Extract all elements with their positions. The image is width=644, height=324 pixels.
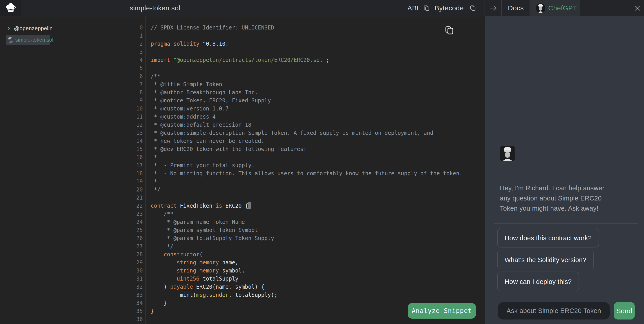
copy-abi-icon[interactable] [424,5,430,11]
code-line[interactable]: 1 [121,32,485,40]
arrow-right-icon [489,5,498,12]
line-text: * [151,153,157,161]
sidebar-item-openzeppelin[interactable]: @openzeppelin [0,24,52,33]
code-line[interactable]: 29 string memory name, [121,258,485,267]
code-line[interactable]: 12 * @custom:default-precision 18 [121,121,485,129]
solidity-file-icon [7,36,14,44]
chefgpt-avatar [536,3,545,13]
line-text: * new tokens can never be created. [151,137,264,145]
abi-copy-button[interactable]: ABI [408,0,419,16]
code-line[interactable]: 33 _mint(msg.sender, totalSupply); [121,291,485,299]
code-line[interactable]: 16 * [121,153,485,161]
send-button[interactable]: Send [614,302,635,319]
code-line[interactable]: 2pragma solidity ^0.8.10; [121,40,485,48]
line-number: 21 [121,194,143,202]
line-text: * [151,178,157,186]
code-line[interactable]: 21 [121,194,485,202]
line-number: 34 [121,299,143,307]
code-line[interactable]: 22contract FixedToken is ERC20 { [121,202,485,210]
code-line[interactable]: 8 * @author Breakthrough Labs Inc. [121,88,485,97]
line-number: 2 [121,40,143,48]
code-line[interactable]: 32 ) payable ERC20(name, symbol) { [121,283,485,291]
line-number: 5 [121,64,143,72]
line-number: 1 [121,32,143,40]
collapse-panel-button[interactable] [485,0,502,16]
suggestion-chip[interactable]: How can I deploy this? [497,271,579,291]
code-line[interactable]: 7 * @title Simple Token [121,80,485,88]
line-number: 18 [121,169,143,178]
suggestion-chip[interactable]: How does this contract work? [497,228,599,247]
line-text: _mint(msg.sender, totalSupply); [151,291,278,299]
line-text: string memory symbol, [151,267,245,275]
panel-divider [494,223,638,224]
code-line[interactable]: 30 string memory symbol, [121,267,485,275]
line-number: 12 [121,121,143,129]
line-number: 16 [121,153,143,161]
line-text: * - Premint your total supply. [151,161,254,169]
code-line[interactable]: 27 */ [121,242,485,250]
line-number: 3 [121,48,143,56]
chevron-right-icon [6,26,11,31]
code-line[interactable]: 18 * - No minting function. This allows … [121,169,485,178]
copy-bytecode-icon[interactable] [470,5,476,11]
close-button[interactable] [631,0,644,16]
line-text: } [151,307,154,315]
tab-docs[interactable]: Docs [502,0,530,16]
line-text: */ [151,186,160,194]
line-number: 15 [121,145,143,153]
file-title: simple-token.sol [130,0,180,16]
code-line[interactable]: 9 * @notice Token, ERC20, Fixed Supply [121,97,485,105]
code-line[interactable]: 11 * @custom:address 4 [121,113,485,121]
line-number: 28 [121,250,143,258]
assistant-greeting: Hey, I'm Richard. I can help answer any … [500,183,612,213]
bytecode-copy-button[interactable]: Bytecode [435,0,464,16]
code-line[interactable]: 10 * @custom:version 1.0.7 [121,105,485,113]
line-text: * @title Simple Token [151,80,222,88]
line-number: 8 [121,88,143,97]
suggestion-chip[interactable]: What's the Solidity version? [497,250,594,269]
line-text: uint256 totalSupply [151,275,238,283]
code-line[interactable]: 28 constructor( [121,250,485,258]
app-logo[interactable] [0,0,22,16]
code-line[interactable]: 19 * [121,178,485,186]
line-number: 7 [121,80,143,88]
code-line[interactable]: 14 * new tokens can never be created. [121,137,485,145]
line-number: 29 [121,258,143,267]
analyze-snippet-button[interactable]: Analyze Snippet [408,303,476,318]
code-line[interactable]: 24 * @param name Token Name [121,218,485,226]
code-line[interactable]: 25 * @param symbol Token Symbol [121,226,485,234]
line-number: 10 [121,105,143,113]
code-line[interactable]: 6/** [121,72,485,80]
line-number: 11 [121,113,143,121]
code-editor[interactable]: 0// SPDX-License-Identifier: UNLICENSED1… [121,17,485,324]
code-line[interactable]: 31 uint256 totalSupply [121,275,485,283]
line-number: 19 [121,178,143,186]
line-text: * @custom:default-precision 18 [151,121,252,129]
chat-input[interactable] [498,302,610,319]
code-line[interactable]: 5 [121,64,485,72]
code-line[interactable]: 0// SPDX-License-Identifier: UNLICENSED [121,24,485,32]
code-line[interactable]: 17 * - Premint your total supply. [121,161,485,169]
code-line[interactable]: 23 /** [121,210,485,218]
code-line[interactable]: 13 * @custom:simple-description Simple T… [121,129,485,137]
code-line[interactable]: 3 [121,48,485,56]
copy-icon [445,26,454,35]
line-text: import "@openzeppelin/contracts/token/ER… [151,56,330,64]
line-number: 23 [121,210,143,218]
line-text: */ [151,242,173,250]
code-line[interactable]: 4import "@openzeppelin/contracts/token/E… [121,56,485,64]
line-number: 35 [121,307,143,315]
code-line[interactable]: 15 * @dev ERC20 token with the following… [121,145,485,153]
line-number: 27 [121,242,143,250]
code-line[interactable]: 20 */ [121,186,485,194]
line-text: * @param totalSupply Token Supply [151,234,274,242]
tab-chefgpt[interactable]: ChefGPT [530,0,580,16]
line-text: /** [151,72,160,80]
code-line[interactable]: 26 * @param totalSupply Token Supply [121,234,485,242]
line-text: string memory name, [151,258,238,267]
line-number: 32 [121,283,143,291]
line-number: 20 [121,186,143,194]
line-number: 33 [121,291,143,299]
sidebar-item-simple-token[interactable]: simple-token.sol [6,35,50,45]
copy-code-button[interactable] [445,26,454,35]
